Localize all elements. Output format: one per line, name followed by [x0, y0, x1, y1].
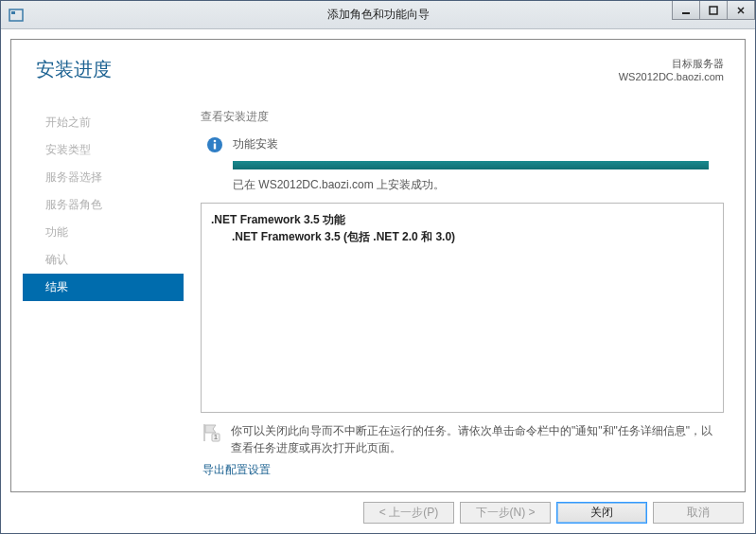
close-icon [736, 6, 746, 15]
sidebar-item-before-begin: 开始之前 [23, 109, 184, 136]
details-line-2: .NET Framework 3.5 (包括 .NET 2.0 和 3.0) [211, 228, 713, 245]
info-icon [206, 136, 223, 153]
button-row: < 上一步(P) 下一步(N) > 关闭 取消 [10, 492, 746, 524]
note-row: 1 你可以关闭此向导而不中断正在运行的任务。请依次单击命令栏中的"通知"和"任务… [201, 422, 724, 456]
svg-text:1: 1 [214, 434, 218, 440]
details-line-1: .NET Framework 3.5 功能 [211, 211, 713, 228]
window-title: 添加角色和功能向导 [327, 7, 430, 23]
previous-button: < 上一步(P) [363, 502, 454, 524]
svg-rect-6 [214, 144, 216, 150]
sidebar-item-results: 结果 [23, 274, 184, 301]
maximize-icon [709, 6, 718, 15]
minimize-icon [681, 6, 691, 15]
sidebar-item-server-roles: 服务器角色 [23, 191, 184, 219]
svg-rect-3 [710, 7, 717, 14]
main-content: 查看安装进度 功能安装 已在 WS2012DC.baozi.com 上安装成功。… [201, 109, 724, 478]
minimize-button[interactable] [672, 1, 700, 20]
window-controls [673, 1, 755, 20]
status-text: 功能安装 [233, 136, 278, 152]
sidebar-item-features: 功能 [23, 219, 184, 246]
install-message: 已在 WS2012DC.baozi.com 上安装成功。 [233, 177, 724, 193]
close-button[interactable] [727, 1, 755, 20]
note-text: 你可以关闭此向导而不中断正在运行的任务。请依次单击命令栏中的"通知"和"任务详细… [231, 422, 724, 456]
content-row: 开始之前 安装类型 服务器选择 服务器角色 功能 确认 结果 查看安装进度 [23, 109, 724, 478]
server-info: 目标服务器 WS2012DC.baozi.com [619, 57, 724, 82]
sidebar-item-server-select: 服务器选择 [23, 164, 184, 191]
server-info-label: 目标服务器 [619, 57, 724, 71]
svg-point-5 [214, 140, 217, 143]
next-button: 下一步(N) > [460, 502, 551, 524]
maximize-button[interactable] [699, 1, 728, 20]
page-title: 安装进度 [36, 57, 112, 82]
sidebar-item-install-type: 安装类型 [23, 136, 184, 164]
flag-icon: 1 [201, 422, 221, 443]
status-row: 功能安装 [201, 136, 724, 153]
progress-bar [233, 161, 709, 169]
svg-rect-2 [682, 12, 690, 14]
titlebar: 添加角色和功能向导 [1, 1, 755, 29]
server-info-name: WS2012DC.baozi.com [619, 71, 724, 82]
svg-rect-1 [11, 11, 15, 14]
svg-rect-0 [9, 9, 23, 21]
export-config-link[interactable]: 导出配置设置 [201, 462, 724, 478]
cancel-button: 取消 [653, 502, 744, 524]
wizard-sidebar: 开始之前 安装类型 服务器选择 服务器角色 功能 确认 结果 [23, 109, 184, 478]
section-label: 查看安装进度 [201, 109, 724, 125]
app-icon [9, 8, 24, 23]
sidebar-item-confirm: 确认 [23, 246, 184, 274]
install-details-box[interactable]: .NET Framework 3.5 功能 .NET Framework 3.5… [201, 203, 724, 413]
wizard-window: 添加角色和功能向导 安装进度 目标服务器 WS2012DC.baozi.com [0, 0, 756, 534]
header-row: 安装进度 目标服务器 WS2012DC.baozi.com [23, 57, 724, 82]
close-wizard-button[interactable]: 关闭 [556, 502, 647, 524]
body-area: 安装进度 目标服务器 WS2012DC.baozi.com 开始之前 安装类型 … [1, 29, 755, 533]
inner-panel: 安装进度 目标服务器 WS2012DC.baozi.com 开始之前 安装类型 … [10, 39, 746, 492]
